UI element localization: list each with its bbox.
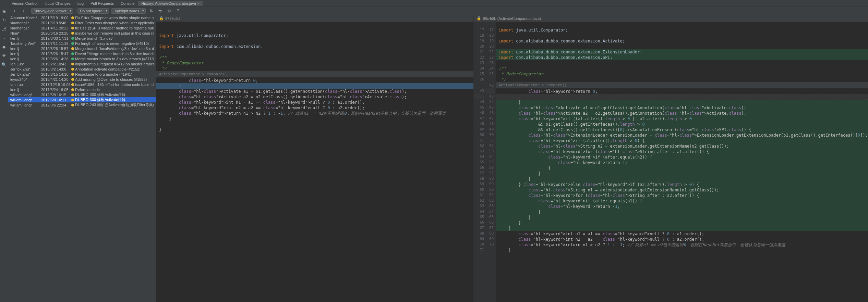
tab-console[interactable]: Console xyxy=(117,1,138,6)
tab-local-changes[interactable]: Local Changes xyxy=(42,1,74,6)
viewer-mode-select[interactable]: Side-by-side viewer xyxy=(31,8,73,14)
code-line: class="hl-keyword">for (class="hl-class"… xyxy=(496,193,868,198)
code-line: import java.util.Comparator; xyxy=(156,33,473,38)
code-line: } xyxy=(496,248,868,253)
commit-row[interactable]: ken.lj2017/8/24 18:05Reformat code xyxy=(8,87,156,92)
commit-row[interactable]: ken.lj2019/3/26 15:57Merge branch 'local… xyxy=(8,46,156,51)
arrow-icon[interactable]: → xyxy=(1,35,7,41)
commit-row[interactable]: ken.lj2019/3/26 14:28Merge master branch… xyxy=(8,56,156,61)
code-line: class="hl-keyword">return 0; xyxy=(496,89,868,94)
code-line: } xyxy=(156,127,473,133)
commit-row[interactable]: Albumen Kevin*2021/5/19 19:00Fix Filter … xyxy=(8,15,156,20)
code-line: class="hl-class">Activate a1 = o1.getCla… xyxy=(496,105,868,111)
settings-icon[interactable]: ⚙ xyxy=(166,8,172,14)
code-line: class="hl-class">ExtensionLoader extensi… xyxy=(496,133,868,138)
code-line: class="hl-keyword">return 1; xyxy=(496,160,868,165)
help-icon[interactable]: ? xyxy=(174,8,181,14)
code-line: } class="hl-keyword">else class="hl-keyw… xyxy=(496,182,868,187)
code-line: class="hl-keyword">int n1 = a1 == class=… xyxy=(156,100,473,105)
code-line: class="hl-class">Activate a2 = o2.getCla… xyxy=(496,111,868,116)
code-line: } xyxy=(496,100,868,105)
collapse-icon[interactable]: ⇊ xyxy=(148,8,155,14)
search-icon[interactable]: 🔍 xyxy=(1,62,7,67)
code-line: } xyxy=(496,209,868,215)
code-line: } xyxy=(496,226,868,231)
code-line: * OrderComparetor xyxy=(496,71,868,77)
code-line: /** xyxy=(496,66,868,71)
commit-row[interactable]: ken.lj2019/3/26 15:47Revert "Merge maste… xyxy=(8,51,156,56)
code-line: /** xyxy=(156,55,473,60)
code-line: * OrderComparetor xyxy=(156,60,473,66)
commit-row[interactable]: william.liangf2012/3/6 22:34DUBBO-243 增加… xyxy=(8,102,156,108)
code-line: class="hl-class">Activate a2 = o2.getCla… xyxy=(156,94,473,100)
commit-row[interactable]: Ian Luo*2019/2/2 10:43implement pull req… xyxy=(8,61,156,66)
code-line: import java.util.Comparator; xyxy=(496,27,868,33)
code-line: } xyxy=(156,116,473,122)
code-line xyxy=(156,122,473,127)
prev-diff-icon[interactable]: ↑ xyxy=(11,8,18,14)
code-line: } xyxy=(496,220,868,226)
commit-row[interactable]: Taosheng Wei*2019/7/11 11:16Fix length o… xyxy=(8,41,156,46)
tab-log[interactable]: Log xyxy=(74,1,87,6)
code-line: class="hl-keyword">int n2 = a2 == class=… xyxy=(156,105,473,111)
code-line xyxy=(156,38,473,44)
commit-row[interactable]: Jerrick Zhu*2018/8/2 14:08Annotation act… xyxy=(8,66,156,72)
code-line: */ xyxy=(496,77,868,82)
code-line: class="hl-class">String n1 = extensionLo… xyxy=(496,187,868,193)
code-line: && o1.getClass().getInterfaces().length … xyxy=(496,122,868,127)
breadcrumb[interactable]: ActivateComparator > compare() xyxy=(156,71,473,78)
code-line: import com.alibaba.dubbo.common.extensio… xyxy=(496,49,868,55)
refresh-icon[interactable]: ↻ xyxy=(1,17,7,23)
commit-row[interactable]: william.liangf2012/5/8 10:11DUBBO-300 修改… xyxy=(8,97,156,102)
commit-row[interactable]: Nine*2020/6/16 23:20maybe we can remove … xyxy=(8,30,156,36)
code-line: import com.alibaba.dubbo.common.extensio… xyxy=(496,38,868,44)
branch-icon[interactable]: ⎇ xyxy=(1,26,7,32)
commit-row[interactable]: xiaoheng1*2021/5/19 9:48Filter Order was… xyxy=(8,20,156,25)
commit-list: Albumen Kevin*2021/5/19 19:00Fix Filter … xyxy=(8,15,156,302)
code-line xyxy=(496,60,868,66)
code-line xyxy=(156,49,473,55)
code-line: class="hl-keyword">if (a1.after().length… xyxy=(496,138,868,143)
code-line: class="hl-keyword">return n1 > n2 ? 1 : … xyxy=(156,111,473,116)
cherry-pick-icon[interactable]: ◆ xyxy=(1,44,7,50)
commit-icon[interactable]: ◉ xyxy=(1,9,7,14)
code-line: class="hl-class">String n2 = extensionLo… xyxy=(496,143,868,149)
commit-row[interactable]: william.liangf2012/5/8 10:15DUBBO-300 修改… xyxy=(8,92,156,97)
tab-history[interactable]: History: ActivateComparator.java × xyxy=(138,1,203,6)
code-line: class="hl-keyword">if (after.equals(n1))… xyxy=(496,198,868,204)
vcs-tabs: Version Control: Local Changes Log Pull … xyxy=(8,0,868,7)
lock-icon: 🔒 xyxy=(477,16,481,21)
tab-pull-requests[interactable]: Pull Requests xyxy=(87,1,117,6)
left-rev-header: 🔒 9729c6d xyxy=(156,15,473,22)
code-line: class="hl-keyword">for (class="hl-class"… xyxy=(496,149,868,154)
highlight-select[interactable]: Highlight words xyxy=(111,8,146,14)
sync-scroll-icon[interactable]: ⇆ xyxy=(157,8,164,14)
code-line xyxy=(496,33,868,38)
next-diff-icon[interactable]: ↓ xyxy=(20,8,27,14)
code-line: class="hl-keyword">int n1 = a1 == class=… xyxy=(496,231,868,237)
right-rev-header: 🔒 96c4dfb (ActivateComparator.java) xyxy=(474,15,868,22)
code-line: } xyxy=(496,215,868,220)
breadcrumb[interactable]: ActivateComparator > compare() xyxy=(496,82,868,89)
commit-row[interactable]: ken.lj2019/8/30 17:31Merge branch '3.x-d… xyxy=(8,36,156,41)
code-line: } xyxy=(156,83,473,89)
left-diff-pane: 🔒 9729c6d import java.util.Comparator;im… xyxy=(156,15,474,302)
code-line: } xyxy=(496,176,868,182)
left-tool-rail: ◉ ↻ ⎇ → ◆ 👁 🔍 xyxy=(0,0,8,302)
right-diff-pane: 🔒 96c4dfb (ActivateComparator.java) 1718… xyxy=(474,15,868,302)
code-line: import com.alibaba.dubbo.common.extensio… xyxy=(156,44,473,49)
eye-icon[interactable]: 👁 xyxy=(1,53,7,59)
code-line: class="hl-keyword">if ((a1.after().lengt… xyxy=(496,116,868,122)
code-line xyxy=(496,44,868,49)
code-line: class="hl-keyword">return -1; xyxy=(496,204,868,209)
commit-row[interactable]: Jerrick Zhu*2018/6/15 14:10Repackage to … xyxy=(8,72,156,77)
commit-row[interactable]: xiaoheng1*2021/4/11 20:23fix Use @SPI's … xyxy=(8,25,156,30)
diff-toolbar: ↑ ↓ Side-by-side viewer Do not ignore Hi… xyxy=(8,7,868,15)
commit-row[interactable]: Ian Luo2017/12/18 19:08issue#1056: I18N … xyxy=(8,82,156,87)
commit-row[interactable]: leyou240*2018/4/21 14:20Add missing @Ove… xyxy=(8,77,156,82)
code-line: class="hl-keyword">if (after.equals(n2))… xyxy=(496,154,868,160)
ignore-select[interactable]: Do not ignore xyxy=(77,8,109,14)
code-line: class="hl-keyword">int n2 = a2 == class=… xyxy=(496,237,868,242)
lock-icon: 🔒 xyxy=(159,16,164,21)
code-line: && o1.getClass().getInterfaces()[0].isAn… xyxy=(496,127,868,133)
